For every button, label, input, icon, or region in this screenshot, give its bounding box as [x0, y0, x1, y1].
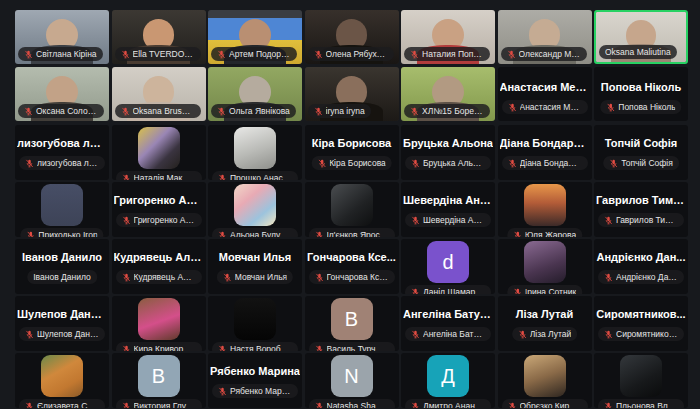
mic-muted-icon	[25, 402, 34, 409]
participant-tile[interactable]: Ольга Явнікова	[208, 67, 302, 121]
participant-tile[interactable]: ХЛ№15 Борецький І.С.	[401, 67, 495, 121]
participant-name-text: Шулепов Даниил	[37, 329, 99, 339]
participant-name-label: Оксана Соловйова	[18, 104, 104, 118]
participant-tile[interactable]: iryna iryna	[305, 67, 399, 121]
participant-tile[interactable]: Світлана Кіріна	[15, 10, 109, 64]
participant-display-name: Гаврилов Тимо...	[596, 194, 686, 206]
participant-tile[interactable]: Обрєзко Кирило	[498, 353, 592, 408]
mic-muted-icon	[218, 174, 227, 181]
participant-name-text: Oksana Brusakova	[133, 106, 195, 116]
participant-tile[interactable]: Попова Ніколь Попова Ніколь	[594, 67, 688, 121]
participant-tile[interactable]: N Natasha Shamardina	[305, 353, 399, 408]
participant-tile[interactable]: Кудрявець Аліна Кудрявець Аліна	[112, 239, 206, 294]
participant-tile[interactable]: Гаврилов Тимо... Гаврилов Тимофій	[594, 182, 688, 237]
participant-tile[interactable]: Наталия Попова	[401, 10, 495, 64]
participant-tile[interactable]: B Виктория Глущенко	[112, 353, 206, 408]
participant-tile[interactable]: Шулепов Даниил Шулепов Даниил	[15, 296, 109, 351]
participant-display-name: Ліза Лутай	[500, 308, 590, 320]
participant-name-label: iryna iryna	[308, 104, 371, 118]
participant-name-text: Ella TVERDOKHLIB	[133, 49, 195, 59]
participant-tile[interactable]: Олена Рябуха ХЛ № 85	[305, 10, 399, 64]
mic-muted-icon	[609, 159, 618, 168]
participant-tile[interactable]: Олександр Міщенко	[498, 10, 592, 64]
participant-name-label: Настя Воробйова	[212, 342, 298, 351]
participant-tile[interactable]: Прошко Анастасія	[208, 125, 302, 180]
participant-display-name: Григоренко Анна	[114, 194, 204, 206]
participant-name-text: Олександр Міщенко	[519, 49, 581, 59]
mic-muted-icon	[121, 107, 130, 116]
participant-tile[interactable]: Приходько Ігор	[15, 182, 109, 237]
participant-tile[interactable]: Пльонова Влада	[594, 353, 688, 408]
participant-name-text: Гаврилов Тимофій	[616, 215, 678, 225]
avatar	[234, 184, 276, 226]
mic-muted-icon	[218, 387, 227, 396]
participant-tile[interactable]: Oksana Brusakova	[112, 67, 206, 121]
participant-tile[interactable]: Наталія Макаренко	[112, 125, 206, 180]
participant-tile[interactable]: d Даніл Шамардін	[401, 239, 495, 294]
mic-muted-icon	[507, 50, 516, 59]
participant-tile[interactable]: Ірина Сотник	[498, 239, 592, 294]
participant-name-text: Наталия Попова	[422, 49, 484, 59]
participant-tile[interactable]: Єлизавета Сергіївна	[15, 353, 109, 408]
participant-name-label: Наталия Попова	[404, 47, 490, 61]
participant-tile[interactable]: Настя Воробйова	[208, 296, 302, 351]
participant-tile[interactable]: Шевердіна Ана... Шевердіна Анастасія	[401, 182, 495, 237]
participant-tile[interactable]: Бруцька Альона Бруцька Альона	[401, 125, 495, 180]
participant-tile[interactable]: Діана Бондарєва Діана Бондарєва	[498, 125, 592, 180]
participant-name-label: Гончарова Ксенія	[309, 270, 395, 284]
participant-name-label: Іванов Данило	[27, 270, 97, 284]
mic-muted-icon	[513, 231, 522, 238]
participant-tile[interactable]: Оксана Соловйова	[15, 67, 109, 121]
participant-tile[interactable]: Юля Жарова	[498, 182, 592, 237]
participant-name-text: Ірина Сотник	[525, 287, 576, 294]
participant-tile[interactable]: Андрієнко Дан... Андрієнко Данило	[594, 239, 688, 294]
mic-muted-icon	[410, 50, 419, 59]
participant-tile[interactable]: лизогубова лю... лизогубова любовь	[15, 125, 109, 180]
participant-tile[interactable]: Кіра Борисова Кіра Борисова	[305, 125, 399, 180]
participant-name-text: Артем Подорожній	[229, 49, 291, 59]
participant-name-label: Пльонова Влада	[598, 399, 684, 408]
participant-tile[interactable]: Топчій Софія Топчій Софія	[594, 125, 688, 180]
avatar	[234, 127, 276, 169]
participant-name-text: iryna iryna	[326, 106, 365, 116]
participant-tile[interactable]: B Василь Турченко	[305, 296, 399, 351]
mic-muted-icon	[606, 103, 615, 112]
participant-name-label: Єлизавета Сергіївна	[19, 399, 105, 408]
participant-tile[interactable]: Альона Булученко ХЛ №...	[208, 182, 302, 237]
participant-name-label: Ольга Явнікова	[211, 104, 296, 118]
participant-tile[interactable]: Д Дмитро Ананченко	[401, 353, 495, 408]
avatar: N	[331, 355, 373, 397]
participant-display-name: Сиромятников...	[596, 308, 686, 320]
participant-tile[interactable]: Ліза Лутай Ліза Лутай	[498, 296, 592, 351]
mic-muted-icon	[513, 288, 522, 295]
avatar	[524, 355, 566, 397]
participant-tile[interactable]: Іванов Данило Іванов Данило	[15, 239, 109, 294]
mic-muted-icon	[218, 345, 227, 352]
participant-tile[interactable]: Гончарова Ксе... Гончарова Ксенія	[305, 239, 399, 294]
participant-tile[interactable]: Іл'єнков Ярослав ХЛ163	[305, 182, 399, 237]
participant-tile[interactable]: Мовчан Илья Мовчан Илья	[208, 239, 302, 294]
participant-tile[interactable]: Oksana Maliutina	[594, 10, 688, 64]
participant-display-name: Гончарова Ксе...	[307, 251, 397, 263]
participant-tile[interactable]: Ella TVERDOKHLIB	[112, 10, 206, 64]
avatar	[41, 355, 83, 397]
participant-name-text: Кудрявець Аліна	[134, 272, 196, 282]
participant-tile[interactable]: Ангеліна Батулі... Ангеліна Батуліна 11-…	[401, 296, 495, 351]
mic-muted-icon	[411, 330, 420, 339]
participant-tile[interactable]: Кира Криворучко	[112, 296, 206, 351]
participant-tile[interactable]: Рябенко Марина Рябенко Марина	[208, 353, 302, 408]
participant-tile[interactable]: Анастасия Мел... Анастасия Мельник	[498, 67, 592, 121]
participant-tile[interactable]: Григоренко Анна Григоренко Анна	[112, 182, 206, 237]
participant-name-text: лизогубова любовь	[37, 158, 99, 168]
participant-name-label: Natasha Shamardina	[309, 399, 395, 408]
mic-muted-icon	[24, 107, 33, 116]
participant-name-text: Natasha Shamardina	[327, 401, 389, 408]
participant-name-label: Приходько Ігор	[20, 228, 103, 237]
participant-tile[interactable]: Сиромятников... Сиромятникова Юля	[594, 296, 688, 351]
participant-tile[interactable]: Артем Подорожній	[208, 10, 302, 64]
mic-muted-icon	[223, 273, 232, 282]
participant-display-name: Шевердіна Ана...	[403, 194, 493, 206]
participant-name-text: Іванов Данило	[33, 272, 91, 282]
participant-name-label: Наталія Макаренко	[116, 171, 202, 180]
avatar	[234, 298, 276, 340]
